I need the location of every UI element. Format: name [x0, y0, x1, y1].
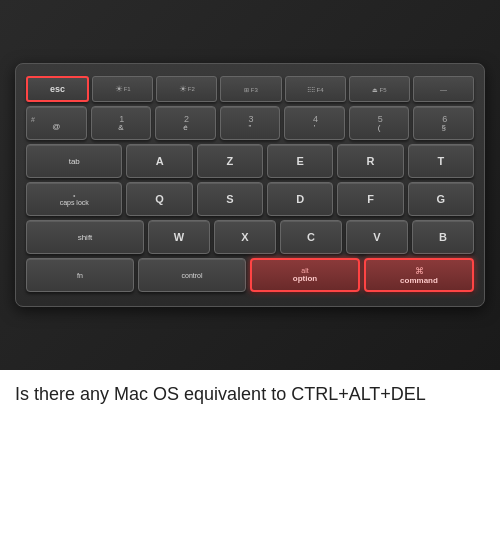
key-3: 3 " [220, 106, 281, 140]
key-a: A [126, 144, 192, 178]
mid-alpha-row: • caps lock Q S D F G [26, 182, 474, 216]
key-t: T [408, 144, 474, 178]
keyboard-image: esc ☀ F1 ☀ F2 ⊞ F3 ⠿⠿ F4 ⏏ F5 — # @ 1 & [0, 0, 500, 370]
key-f5: ⏏ F5 [349, 76, 410, 102]
key-e: E [267, 144, 333, 178]
caption-section: Is there any Mac OS equivalent to CTRL+A… [0, 370, 500, 417]
key-q: Q [126, 182, 192, 216]
key-2: 2 é [155, 106, 216, 140]
key-f2: ☀ F2 [156, 76, 217, 102]
key-f4: ⠿⠿ F4 [285, 76, 346, 102]
key-s: S [197, 182, 263, 216]
fn-row: esc ☀ F1 ☀ F2 ⊞ F3 ⠿⠿ F4 ⏏ F5 — [26, 76, 474, 102]
key-4: 4 ' [284, 106, 345, 140]
key-f: F [337, 182, 403, 216]
key-x: X [214, 220, 276, 254]
number-row: # @ 1 & 2 é 3 " 4 ' 5 ( [26, 106, 474, 140]
key-caps-lock: • caps lock [26, 182, 122, 216]
key-v: V [346, 220, 408, 254]
top-alpha-row: tab A Z E R T [26, 144, 474, 178]
key-f3: ⊞ F3 [220, 76, 281, 102]
key-control: control [138, 258, 246, 292]
key-shift: shift [26, 220, 144, 254]
key-1: 1 & [91, 106, 152, 140]
key-b: B [412, 220, 474, 254]
keyboard: esc ☀ F1 ☀ F2 ⊞ F3 ⠿⠿ F4 ⏏ F5 — # @ 1 & [15, 63, 485, 307]
key-z: Z [197, 144, 263, 178]
key-r: R [337, 144, 403, 178]
key-5: 5 ( [349, 106, 410, 140]
key-f1: ☀ F1 [92, 76, 153, 102]
key-fn: fn [26, 258, 134, 292]
key-f6: — [413, 76, 474, 102]
bot-alpha-row: shift W X C V B [26, 220, 474, 254]
key-6: 6 § [413, 106, 474, 140]
key-esc: esc [26, 76, 89, 102]
key-at-hash: # @ [26, 106, 87, 140]
key-option: alt option [250, 258, 360, 292]
key-command: ⌘ command [364, 258, 474, 292]
key-tab: tab [26, 144, 122, 178]
key-d: D [267, 182, 333, 216]
key-g: G [408, 182, 474, 216]
caption-text: Is there any Mac OS equivalent to CTRL+A… [15, 382, 485, 407]
key-c: C [280, 220, 342, 254]
modifier-row: fn control alt option ⌘ command [26, 258, 474, 292]
key-w: W [148, 220, 210, 254]
